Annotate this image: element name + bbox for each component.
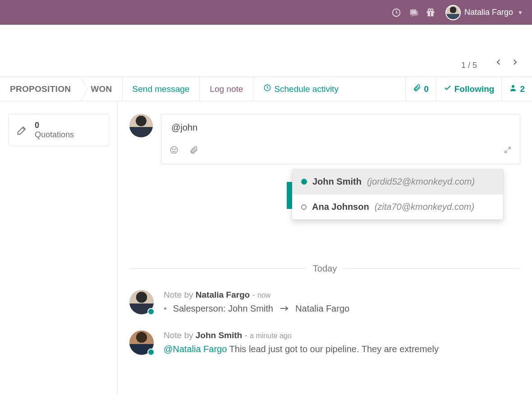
log-text: This lead just got to our pipeline. They… bbox=[229, 344, 439, 354]
mention-email: (zita70@kmonkeyd.com) bbox=[375, 202, 474, 212]
svg-point-5 bbox=[431, 9, 433, 11]
pager-count: 1 / 5 bbox=[461, 61, 477, 70]
emoji-icon[interactable] bbox=[170, 145, 179, 157]
stage-proposition[interactable]: PROPOSITION bbox=[0, 77, 81, 101]
paperclip-icon bbox=[413, 84, 421, 94]
chevron-down-icon: ▼ bbox=[518, 9, 523, 16]
log-time: a minute ago bbox=[250, 332, 292, 340]
mention-name: Ana Johnson bbox=[312, 202, 369, 212]
tab-send-message[interactable]: Send message bbox=[122, 77, 200, 101]
content: 0 Quotations @john bbox=[0, 101, 532, 394]
mention-option[interactable]: Ana Johnson (zita70@kmonkeyd.com) bbox=[292, 195, 503, 219]
log-header: Note by John Smith - a minute ago bbox=[164, 331, 520, 340]
divider-label: Today bbox=[313, 263, 337, 274]
activity-icon[interactable] bbox=[388, 4, 405, 21]
log-body: Note by Natalia Fargo - now • Salesperso… bbox=[164, 290, 520, 314]
pager-next[interactable] bbox=[507, 54, 523, 70]
log-time: now bbox=[257, 291, 271, 299]
clock-icon bbox=[263, 84, 271, 94]
svg-rect-3 bbox=[430, 11, 431, 16]
tab-log-note[interactable]: Log note bbox=[199, 77, 253, 101]
followers-count: 2 bbox=[520, 84, 525, 94]
mention-dropdown: John Smith (jordid52@kmonkeyd.com) Ana J… bbox=[292, 169, 504, 220]
quotations-card[interactable]: 0 Quotations bbox=[8, 114, 109, 146]
tabs-row: PROPOSITION WON Send message Log note Sc… bbox=[0, 77, 532, 101]
day-divider: Today bbox=[129, 263, 520, 274]
stage-label: WON bbox=[91, 84, 112, 94]
presence-dot-icon bbox=[147, 308, 155, 315]
presence-dot-offline bbox=[301, 204, 307, 210]
presence-dot-icon bbox=[147, 349, 155, 356]
user-name: Natalia Fargo bbox=[464, 8, 513, 17]
pager: 1 / 5 bbox=[0, 25, 532, 77]
user-icon bbox=[509, 84, 517, 94]
log-body: Note by John Smith - a minute ago @Natal… bbox=[164, 331, 520, 355]
log-prefix: Note by bbox=[164, 290, 196, 299]
log-author: John Smith bbox=[196, 331, 242, 340]
mention-email: (jordid52@kmonkeyd.com) bbox=[367, 177, 475, 187]
follow-toggle[interactable]: Following bbox=[436, 77, 502, 101]
sidebar: 0 Quotations bbox=[0, 101, 117, 394]
tab-label: Send message bbox=[133, 84, 190, 94]
message-input[interactable]: @john bbox=[161, 114, 520, 145]
svg-point-7 bbox=[512, 85, 514, 88]
log-author: Natalia Fargo bbox=[196, 290, 250, 299]
edit-icon bbox=[16, 124, 28, 136]
expand-icon[interactable] bbox=[504, 146, 512, 156]
user-menu[interactable]: Natalia Fargo ▼ bbox=[445, 5, 523, 20]
discuss-icon[interactable] bbox=[405, 4, 422, 21]
attach-icon[interactable] bbox=[189, 145, 198, 157]
top-bar: Natalia Fargo ▼ bbox=[0, 0, 532, 25]
log-avatar-wrap bbox=[129, 331, 154, 355]
stage-label: PROPOSITION bbox=[10, 84, 71, 94]
stage-won[interactable]: WON bbox=[81, 77, 122, 101]
quotations-count: 0 bbox=[35, 121, 74, 130]
composer-row: @john bbox=[129, 114, 520, 164]
log-message: @Natalia Fargo This lead just got to our… bbox=[164, 344, 520, 354]
user-avatar bbox=[445, 5, 461, 20]
mention-indicator-bar bbox=[287, 182, 292, 209]
changed-to: Natalia Fargo bbox=[295, 303, 349, 313]
log-entry: Note by John Smith - a minute ago @Natal… bbox=[129, 331, 520, 355]
tab-label: Log note bbox=[210, 84, 243, 94]
check-icon bbox=[444, 84, 452, 94]
tab-schedule-activity[interactable]: Schedule activity bbox=[253, 77, 349, 101]
attachments-count: 0 bbox=[424, 84, 429, 94]
mention-option[interactable]: John Smith (jordid52@kmonkeyd.com) bbox=[292, 169, 503, 195]
chatter: @john bbox=[117, 101, 532, 394]
composer-toolbar bbox=[161, 145, 520, 164]
composer: @john bbox=[161, 114, 520, 164]
composer-avatar bbox=[129, 114, 153, 137]
quotations-text: 0 Quotations bbox=[35, 121, 74, 140]
svg-point-10 bbox=[175, 149, 176, 150]
attachments-indicator[interactable]: 0 bbox=[405, 77, 436, 101]
mention-link[interactable]: @Natalia Fargo bbox=[164, 344, 227, 354]
svg-point-8 bbox=[171, 147, 178, 154]
arrow-right-icon bbox=[280, 303, 289, 314]
field-label: Salesperson: bbox=[173, 303, 226, 313]
svg-point-9 bbox=[173, 149, 174, 150]
pager-prev[interactable] bbox=[491, 54, 507, 70]
following-label: Following bbox=[454, 84, 495, 94]
log-change-line: • Salesperson: John Smith Natalia Fargo bbox=[164, 303, 520, 314]
changed-from: John Smith bbox=[228, 303, 273, 313]
followers-button[interactable]: 2 bbox=[501, 77, 532, 101]
log-entry: Note by Natalia Fargo - now • Salesperso… bbox=[129, 290, 520, 314]
log-prefix: Note by bbox=[164, 331, 196, 340]
gift-icon[interactable] bbox=[422, 4, 439, 21]
mention-name: John Smith bbox=[312, 177, 362, 187]
quotations-label: Quotations bbox=[35, 130, 74, 139]
tab-label: Schedule activity bbox=[274, 84, 339, 94]
presence-dot-online bbox=[301, 179, 307, 185]
log-avatar-wrap bbox=[129, 290, 154, 314]
log-header: Note by Natalia Fargo - now bbox=[164, 290, 520, 300]
